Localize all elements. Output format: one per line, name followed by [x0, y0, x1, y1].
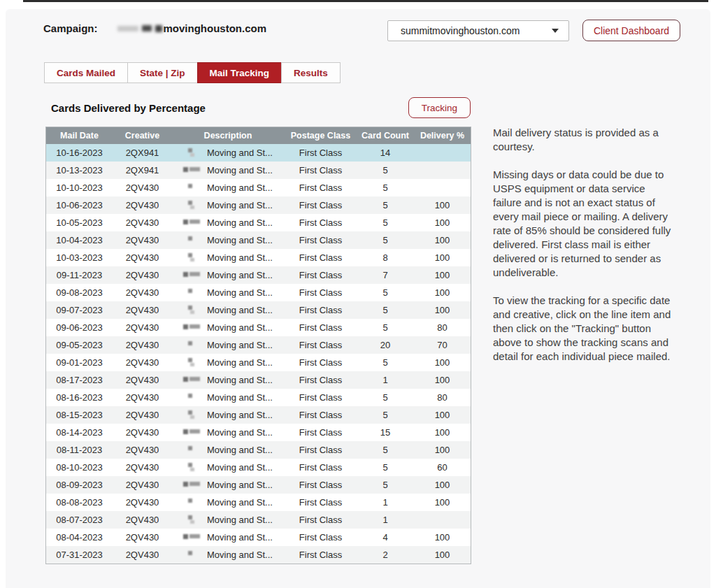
table-row[interactable]: 10-04-20232QV430Moving and St...First Cl…: [46, 231, 471, 249]
cell-delivery-pct: 100: [413, 494, 471, 511]
cell-postage-class: First Class: [284, 389, 357, 406]
cell-description: Moving and St...: [172, 214, 284, 231]
table-row[interactable]: 08-09-20232QV430Moving and St...First Cl…: [46, 476, 471, 494]
top-border-line: [23, 0, 708, 2]
table-row[interactable]: 08-04-20232QV430Moving and St...First Cl…: [46, 529, 471, 546]
table-row[interactable]: 10-05-20232QV430Moving and St...First Cl…: [46, 214, 471, 231]
cell-card-count: 2: [357, 546, 413, 564]
cell-mail-date: 07-31-2023: [46, 546, 113, 564]
cell-card-count: 14: [357, 144, 413, 162]
redacted-thumbnail: [182, 357, 200, 368]
table-row[interactable]: 08-16-20232QV430Moving and St...First Cl…: [46, 389, 471, 406]
cell-description: Moving and St...: [172, 301, 284, 319]
cell-delivery-pct: [413, 511, 471, 529]
redacted-thumbnail: [182, 550, 200, 560]
delivery-table: Mail DateCreativeDescriptionPostage Clas…: [45, 127, 471, 564]
cell-postage-class: First Class: [284, 336, 357, 354]
chevron-down-icon: [552, 29, 559, 33]
cell-mail-date: 10-03-2023: [46, 249, 113, 266]
campaign-select-value: summitmovinghouston.com: [401, 25, 520, 36]
cell-postage-class: First Class: [284, 162, 357, 179]
cell-card-count: 5: [357, 179, 413, 196]
client-dashboard-button[interactable]: Client Dashboard: [582, 20, 680, 41]
table-row[interactable]: 08-17-20232QV430Moving and St...First Cl…: [46, 371, 471, 389]
cell-description: Moving and St...: [172, 424, 284, 441]
description-text: Moving and St...: [207, 497, 273, 508]
cell-mail-date: 09-07-2023: [46, 301, 113, 319]
tracking-button[interactable]: Tracking: [408, 97, 471, 118]
cell-postage-class: First Class: [284, 459, 357, 476]
cell-postage-class: First Class: [284, 424, 357, 441]
section-title: Cards Delivered by Percentage: [51, 102, 206, 114]
cell-card-count: 5: [357, 441, 413, 459]
cell-mail-date: 10-16-2023: [46, 144, 113, 162]
table-row[interactable]: 09-01-20232QV430Moving and St...First Cl…: [46, 354, 471, 371]
description-text: Moving and St...: [207, 480, 273, 490]
cell-description: Moving and St...: [172, 476, 284, 494]
tab-state-zip[interactable]: State | Zip: [127, 62, 198, 83]
cell-creative: 2QV430: [113, 441, 172, 459]
cell-description: Moving and St...: [172, 441, 284, 459]
info-paragraph: To view the tracking for a specific date…: [493, 294, 675, 364]
cell-creative: 2QV430: [113, 389, 172, 406]
table-row[interactable]: 08-14-20232QV430Moving and St...First Cl…: [46, 424, 471, 441]
cell-card-count: 5: [357, 389, 413, 406]
cell-card-count: 5: [357, 319, 413, 336]
table-row[interactable]: 09-11-20232QV430Moving and St...First Cl…: [46, 266, 471, 284]
cell-creative: 2QV430: [113, 371, 172, 389]
table-row[interactable]: 08-11-20232QV430Moving and St...First Cl…: [46, 441, 471, 459]
table-row[interactable]: 08-10-20232QV430Moving and St...First Cl…: [46, 459, 471, 476]
cell-mail-date: 09-01-2023: [46, 354, 113, 371]
cell-description: Moving and St...: [172, 249, 284, 266]
cell-postage-class: First Class: [284, 511, 357, 529]
table-row[interactable]: 08-07-20232QV430Moving and St...First Cl…: [46, 511, 471, 529]
cell-delivery-pct: 100: [413, 249, 471, 266]
campaign-select[interactable]: summitmovinghouston.com: [387, 20, 569, 41]
cell-mail-date: 09-08-2023: [46, 284, 113, 301]
table-row[interactable]: 09-08-20232QV430Moving and St...First Cl…: [46, 284, 471, 301]
redacted-thumbnail: [182, 322, 200, 333]
table-row[interactable]: 09-05-20232QV430Moving and St...First Cl…: [46, 336, 471, 354]
redacted-thumbnail: [182, 480, 200, 490]
cell-delivery-pct: 80: [413, 389, 471, 406]
cell-mail-date: 08-14-2023: [46, 424, 113, 441]
tab-cards-mailed[interactable]: Cards Mailed: [44, 62, 128, 83]
table-row[interactable]: 10-10-20232QV430Moving and St...First Cl…: [46, 179, 471, 196]
cell-description: Moving and St...: [172, 406, 284, 424]
cell-card-count: 5: [357, 476, 413, 494]
tab-results[interactable]: Results: [281, 62, 341, 83]
cell-card-count: 8: [357, 249, 413, 266]
cell-mail-date: 08-04-2023: [46, 529, 113, 546]
table-row[interactable]: 08-08-20232QV430Moving and St...First Cl…: [46, 494, 471, 511]
table-row[interactable]: 09-06-20232QV430Moving and St...First Cl…: [46, 319, 471, 336]
cell-card-count: 5: [357, 354, 413, 371]
table-row[interactable]: 10-13-20232QX941Moving and St...First Cl…: [46, 162, 471, 179]
description-text: Moving and St...: [207, 165, 273, 175]
table-row[interactable]: 10-06-20232QV430Moving and St...First Cl…: [46, 196, 471, 214]
description-text: Moving and St...: [207, 392, 273, 403]
cell-mail-date: 08-10-2023: [46, 459, 113, 476]
redacted-thumbnail: [182, 305, 200, 315]
table-row[interactable]: 10-03-20232QV430Moving and St...First Cl…: [46, 249, 471, 266]
cell-creative: 2QV430: [113, 336, 172, 354]
redacted-thumbnail: [182, 235, 200, 245]
cell-postage-class: First Class: [284, 231, 357, 249]
main-panel: Campaign: movinghouston.com summitmoving…: [6, 9, 710, 588]
cell-creative: 2QV430: [113, 214, 172, 231]
cell-description: Moving and St...: [172, 336, 284, 354]
cell-card-count: 5: [357, 214, 413, 231]
cell-creative: 2QV430: [113, 424, 172, 441]
table-row[interactable]: 08-15-20232QV430Moving and St...First Cl…: [46, 406, 471, 424]
description-text: Moving and St...: [207, 515, 273, 525]
table-body: 10-16-20232QX941Moving and St...First Cl…: [46, 144, 471, 564]
table-row[interactable]: 10-16-20232QX941Moving and St...First Cl…: [46, 144, 471, 162]
tab-mail-tracking[interactable]: Mail Tracking: [197, 62, 282, 83]
description-text: Moving and St...: [207, 532, 273, 543]
column-header: Card Count: [357, 127, 413, 144]
redacted-thumbnail: [182, 497, 200, 508]
table-row[interactable]: 07-31-20232QV430Moving and St...First Cl…: [46, 546, 471, 564]
cell-delivery-pct: 100: [413, 546, 471, 564]
column-header: Description: [172, 127, 284, 144]
cell-postage-class: First Class: [284, 406, 357, 424]
table-row[interactable]: 09-07-20232QV430Moving and St...First Cl…: [46, 301, 471, 319]
